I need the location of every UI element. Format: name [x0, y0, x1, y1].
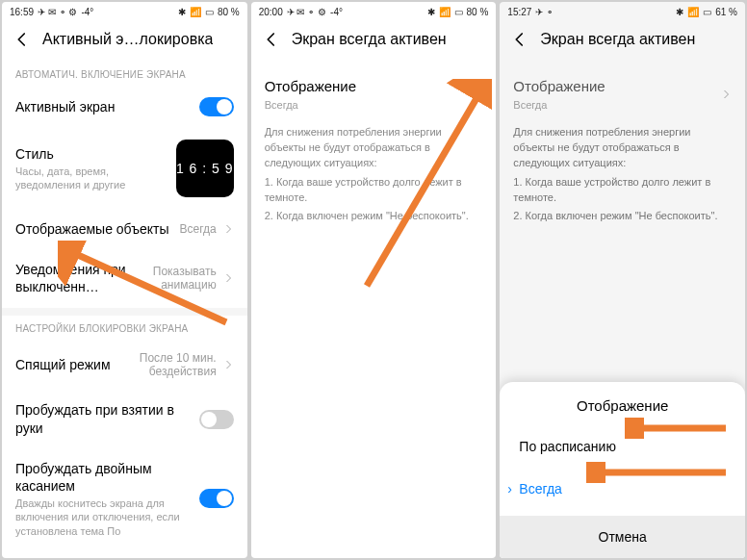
page-header: Экран всегда активен	[500, 21, 745, 62]
battery-percent: 80 %	[218, 7, 240, 17]
info-intro: Для снижения потребления энергии объекты…	[500, 115, 745, 175]
row-label: Отображение	[265, 77, 472, 96]
signal-icon: 📶	[687, 7, 699, 17]
page-header: Активный э…локировка	[2, 21, 247, 62]
row-wake-double-tap[interactable]: Пробуждать двойным касанием Дважды косни…	[2, 448, 247, 542]
page-title: Экран всегда активен	[540, 31, 695, 48]
row-display-mode[interactable]: Отображение Всегда	[500, 62, 745, 115]
row-value: Всегда	[513, 98, 720, 112]
row-sub: Часы, дата, время, уведомления и другие	[15, 165, 176, 192]
bluetooth-icon: ✱	[427, 7, 435, 17]
info-line2: 2. Когда включен режим "Не беспокоить".	[500, 209, 745, 228]
row-value: Показывать анимацию	[140, 265, 217, 293]
section-auto-screen: АВТОМАТИЧ. ВКЛЮЧЕНИЕ ЭКРАНА	[2, 62, 247, 86]
row-label: Активный экран	[15, 98, 199, 115]
status-icons: ✈ ✉ ⚬ ⚙	[287, 7, 326, 17]
page-title: Экран всегда активен	[292, 31, 447, 48]
clock-preview: 1 6 : 5 9	[176, 140, 234, 197]
chevron-right-icon	[222, 359, 234, 370]
row-display-mode[interactable]: Отображение Всегда	[251, 62, 497, 115]
row-value: Всегда	[265, 98, 472, 112]
section-lock-settings: НАСТРОЙКИ БЛОКИРОВКИ ЭКРАНА	[2, 316, 247, 340]
row-label: Уведомления при выключенн…	[15, 261, 140, 295]
row-sub: Дважды коснитесь экрана для включения ил…	[15, 496, 199, 538]
row-displayed-objects[interactable]: Отображаемые объекты Всегда	[2, 209, 247, 249]
statusbar: 20:00 ✈ ✉ ⚬ ⚙ -4° ✱ 📶 ▭ 80 %	[251, 2, 497, 21]
status-temp: -4°	[330, 7, 343, 17]
row-label: Стиль	[15, 145, 176, 163]
row-style[interactable]: Стиль Часы, дата, время, уведомления и д…	[2, 128, 247, 209]
battery-percent: 80 %	[467, 7, 489, 17]
chevron-right-icon	[720, 89, 732, 100]
battery-icon: ▭	[703, 7, 711, 17]
row-label: Спящий режим	[15, 356, 130, 373]
sheet-option-schedule[interactable]: По расписанию	[500, 425, 745, 468]
signal-icon: 📶	[439, 7, 451, 17]
screen-always-on-2: 15:27 ✈ ⚬ ✱ 📶 ▭ 61 % Экран всегда активе…	[500, 2, 745, 558]
section-gap	[2, 308, 247, 316]
chevron-right-icon	[471, 89, 482, 100]
back-icon[interactable]	[13, 31, 31, 48]
sheet-option-always[interactable]: Всегда	[500, 468, 745, 510]
status-icons: ✈ ⚬	[535, 7, 554, 17]
row-active-screen[interactable]: Активный экран	[2, 86, 247, 128]
bluetooth-icon: ✱	[676, 7, 683, 17]
row-wake-on-pickup[interactable]: Пробуждать при взятии в руки	[2, 390, 247, 447]
screen-active-lock: 16:59 ✈ ✉ ⚬ ⚙ -4° ✱ 📶 ▭ 80 % Активный э……	[2, 2, 247, 558]
statusbar: 15:27 ✈ ⚬ ✱ 📶 ▭ 61 %	[500, 2, 745, 21]
battery-icon: ▭	[454, 7, 463, 17]
page-header: Экран всегда активен	[251, 21, 497, 62]
toggle-active-screen[interactable]	[199, 97, 234, 116]
status-time: 16:59	[10, 7, 34, 17]
info-line2: 2. Когда включен режим "Не беспокоить".	[251, 209, 497, 228]
row-label: Отображение	[513, 77, 720, 96]
battery-icon: ▭	[205, 7, 214, 17]
back-icon[interactable]	[511, 31, 528, 48]
chevron-right-icon	[222, 223, 234, 235]
status-time: 15:27	[507, 7, 531, 17]
info-line1: 1. Когда ваше устройство долго лежит в т…	[251, 175, 497, 210]
bluetooth-icon: ✱	[178, 7, 186, 17]
row-value: После 10 мин. бездействия	[130, 351, 217, 379]
battery-percent: 61 %	[715, 7, 737, 17]
statusbar: 16:59 ✈ ✉ ⚬ ⚙ -4° ✱ 📶 ▭ 80 %	[2, 2, 247, 21]
row-notifications-off[interactable]: Уведомления при выключенн… Показывать ан…	[2, 249, 247, 307]
chevron-right-icon	[222, 272, 234, 284]
info-line1: 1. Когда ваше устройство долго лежит в т…	[500, 175, 745, 210]
status-time: 20:00	[259, 7, 283, 17]
signal-icon: 📶	[190, 7, 201, 17]
toggle-wake-double[interactable]	[199, 489, 234, 508]
toggle-wake-pickup[interactable]	[199, 410, 234, 429]
screen-always-on-1: 20:00 ✈ ✉ ⚬ ⚙ -4° ✱ 📶 ▭ 80 % Экран всегд…	[251, 2, 497, 558]
row-label: Пробуждать двойным касанием	[15, 460, 199, 495]
status-icons: ✈ ✉ ⚬ ⚙	[38, 7, 77, 17]
info-intro: Для снижения потребления энергии объекты…	[251, 115, 497, 175]
back-icon[interactable]	[263, 31, 280, 48]
bottom-sheet-display: Отображение По расписанию Всегда Отмена	[500, 382, 745, 558]
row-value: Всегда	[179, 222, 216, 236]
row-label: Отображаемые объекты	[15, 220, 179, 238]
sheet-cancel[interactable]: Отмена	[500, 516, 745, 558]
sheet-title: Отображение	[500, 382, 745, 425]
row-label: Пробуждать при взятии в руки	[15, 401, 199, 436]
row-sleep-mode[interactable]: Спящий режим После 10 мин. бездействия	[2, 340, 247, 391]
status-temp: -4°	[81, 7, 93, 17]
page-title: Активный э…локировка	[42, 31, 213, 48]
